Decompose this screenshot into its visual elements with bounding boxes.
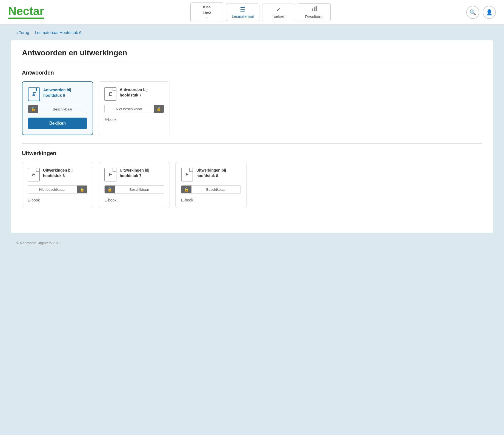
ebook-icon-uitwerkingen-h7: E xyxy=(104,168,116,181)
uitwerkingen-h7-availability: 🔓 Beschikbaar xyxy=(104,185,164,194)
ebook-label-h7: E-book xyxy=(104,117,164,122)
antwoorden-cards-row: E Antwoorden bij hoofdstuk 6 🔓 Beschikba… xyxy=(22,81,482,135)
page-title: Antwoorden en uitwerkingen xyxy=(22,49,482,57)
ebook-label-uh7: E-book xyxy=(104,198,164,202)
ebook-icon-uitwerkingen-h8: E xyxy=(181,168,193,181)
user-button[interactable]: 👤 xyxy=(483,6,496,19)
antwoorden-h6-availability: 🔓 Beschikbaar xyxy=(28,105,87,113)
card-uitwerkingen-h6[interactable]: E Uitwerkingen bij hoofdstuk 6 Niet besc… xyxy=(22,162,93,208)
search-icon: 🔍 xyxy=(469,9,476,16)
back-label: Terug xyxy=(19,30,29,35)
ebook-label-uh6: E-book xyxy=(28,198,87,202)
breadcrumb-separator: | xyxy=(31,30,33,35)
chevron-left-icon: ‹ xyxy=(16,30,18,35)
list-icon: ☰ xyxy=(240,6,245,13)
card-antwoorden-h7-title: Antwoorden bij hoofdstuk 7 xyxy=(120,87,164,98)
footer-text: © Noordhoff Uitgevers 2016 xyxy=(16,241,61,245)
availability-text-h6: Beschikbaar xyxy=(38,106,87,113)
availability-text-uh6: Niet beschikbaar xyxy=(28,186,77,193)
availability-badge-h7: Niet beschikbaar 🔒 xyxy=(104,105,164,113)
tab-lesmateriaal-label: Lesmateriaal xyxy=(232,14,254,19)
tab-toetsen-label: Toetsen xyxy=(272,14,285,19)
ebook-icon-antwoorden-h7: E xyxy=(104,87,116,101)
logo-area: Nectar xyxy=(8,5,44,19)
card-uitwerkingen-h7[interactable]: E Uitwerkingen bij hoofdstuk 7 🔓 Beschik… xyxy=(99,162,170,208)
uitwerkingen-h8-availability: 🔓 Beschikbaar xyxy=(181,185,241,194)
divider-middle xyxy=(22,143,482,144)
availability-badge-h6: 🔓 Beschikbaar xyxy=(28,105,87,113)
logo-text: Nectar xyxy=(8,5,44,17)
bar-chart-icon xyxy=(311,6,317,13)
klas-tab[interactable]: Klas 1hv2 ▾ xyxy=(190,2,223,22)
header: Nectar Klas 1hv2 ▾ ☰ Lesmateriaal ✓ Toet… xyxy=(0,0,504,25)
uitwerkingen-title: Uitwerkingen xyxy=(22,150,482,157)
availability-badge-uh8: 🔓 Beschikbaar xyxy=(181,185,241,194)
chevron-down-icon: ▾ xyxy=(206,16,208,19)
icon-fold xyxy=(113,88,116,91)
antwoorden-h7-availability: Niet beschikbaar 🔒 xyxy=(104,105,164,113)
ebook-icon-uitwerkingen-h6: E xyxy=(28,168,40,181)
availability-badge-uh6: Niet beschikbaar 🔒 xyxy=(28,185,87,194)
check-icon: ✓ xyxy=(276,6,281,13)
antwoorden-section: Antwoorden E Antwoorden bij hoofdstuk 6 … xyxy=(22,70,482,135)
klas-label: Klas xyxy=(203,5,211,10)
svg-rect-2 xyxy=(316,6,317,11)
lock-icon-uh6: 🔒 xyxy=(77,186,87,193)
card-antwoorden-h7-header: E Antwoorden bij hoofdstuk 7 xyxy=(104,87,164,101)
card-uitwerkingen-h6-header: E Uitwerkingen bij hoofdstuk 6 xyxy=(28,168,87,181)
footer: © Noordhoff Uitgevers 2016 xyxy=(0,233,504,253)
card-antwoorden-h6-header: E Antwoorden bij hoofdstuk 6 xyxy=(28,87,87,101)
user-icon: 👤 xyxy=(486,9,493,16)
uitwerkingen-cards-row: E Uitwerkingen bij hoofdstuk 6 Niet besc… xyxy=(22,162,482,208)
card-antwoorden-h7[interactable]: E Antwoorden bij hoofdstuk 7 Niet beschi… xyxy=(99,81,170,135)
lock-icon-uh7: 🔓 xyxy=(105,186,115,193)
svg-rect-0 xyxy=(312,8,313,11)
card-uitwerkingen-h8-header: E Uitwerkingen bij hoofdstuk 8 xyxy=(181,168,241,181)
svg-rect-1 xyxy=(314,7,315,11)
nav-tabs: Klas 1hv2 ▾ ☰ Lesmateriaal ✓ Toetsen Res… xyxy=(55,2,466,22)
uitwerkingen-h6-availability: Niet beschikbaar 🔒 xyxy=(28,185,87,194)
icon-fold xyxy=(36,168,39,172)
lock-icon-uh8: 🔓 xyxy=(181,186,191,193)
back-button[interactable]: ‹ Terug xyxy=(16,30,29,35)
breadcrumb-current: Lesmateriaal Hoofdstuk 6 xyxy=(35,30,81,35)
tab-toetsen[interactable]: ✓ Toetsen xyxy=(262,4,295,21)
icon-fold xyxy=(113,168,116,172)
header-actions: 🔍 👤 xyxy=(466,6,496,19)
icon-fold xyxy=(189,168,193,172)
availability-badge-uh7: 🔓 Beschikbaar xyxy=(104,185,164,194)
antwoorden-title: Antwoorden xyxy=(22,70,482,76)
search-button[interactable]: 🔍 xyxy=(466,6,479,19)
availability-text-uh7: Beschikbaar xyxy=(115,186,164,193)
logo-underline xyxy=(8,18,44,19)
klas-value: 1hv2 xyxy=(203,11,211,15)
card-uitwerkingen-h7-header: E Uitwerkingen bij hoofdstuk 7 xyxy=(104,168,164,181)
icon-fold xyxy=(36,88,39,91)
card-antwoorden-h6[interactable]: E Antwoorden bij hoofdstuk 6 🔓 Beschikba… xyxy=(22,81,93,135)
card-uitwerkingen-h8-title: Uitwerkingen bij hoofdstuk 8 xyxy=(196,168,241,178)
tab-lesmateriaal[interactable]: ☰ Lesmateriaal xyxy=(226,4,259,21)
card-uitwerkingen-h8[interactable]: E Uitwerkingen bij hoofdstuk 8 🔓 Beschik… xyxy=(175,162,247,208)
tab-resultaten[interactable]: Resultaten xyxy=(298,3,331,21)
divider-top xyxy=(22,63,482,63)
bekijken-button[interactable]: Bekijken xyxy=(28,118,87,129)
lock-icon-h6: 🔓 xyxy=(28,105,38,113)
main-content: Antwoorden en uitwerkingen Antwoorden E … xyxy=(11,40,493,233)
lock-icon-h7: 🔒 xyxy=(154,105,164,113)
tab-resultaten-label: Resultaten xyxy=(305,15,323,19)
breadcrumb: ‹ Terug | Lesmateriaal Hoofdstuk 6 xyxy=(0,25,504,40)
ebook-label-uh8: E-book xyxy=(181,198,241,202)
card-uitwerkingen-h7-title: Uitwerkingen bij hoofdstuk 7 xyxy=(120,168,164,178)
logo: Nectar xyxy=(8,5,44,19)
ebook-icon-antwoorden-h6: E xyxy=(28,87,40,101)
availability-text-h7: Niet beschikbaar xyxy=(105,105,154,113)
card-antwoorden-h6-title: Antwoorden bij hoofdstuk 6 xyxy=(43,87,87,98)
uitwerkingen-section: Uitwerkingen E Uitwerkingen bij hoofdstu… xyxy=(22,150,482,208)
availability-text-uh8: Beschikbaar xyxy=(191,186,240,193)
card-uitwerkingen-h6-title: Uitwerkingen bij hoofdstuk 6 xyxy=(43,168,87,178)
